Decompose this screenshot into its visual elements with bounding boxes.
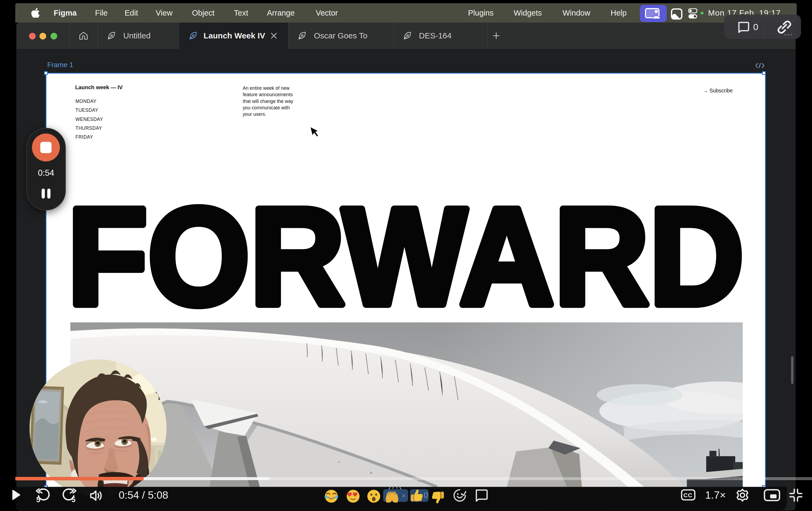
svg-text:CC: CC xyxy=(684,492,693,499)
svg-text:5: 5 xyxy=(36,496,40,503)
svg-text:5: 5 xyxy=(71,496,76,503)
